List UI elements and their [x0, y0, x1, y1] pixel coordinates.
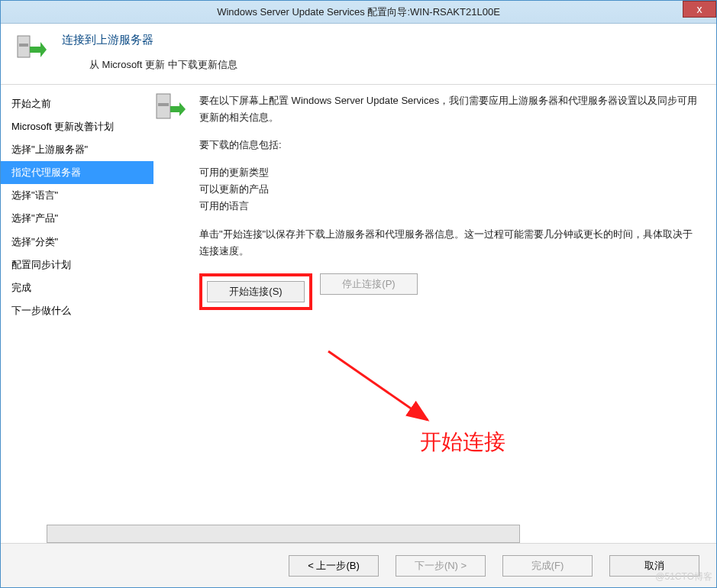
page-subtitle: 从 Microsoft 更新 中下载更新信息 — [62, 58, 702, 72]
sidebar-item-upstream[interactable]: 选择"上游服务器" — [1, 138, 153, 161]
sidebar-item-next-what[interactable]: 下一步做什么 — [1, 299, 153, 322]
sidebar-item-improvement[interactable]: Microsoft 更新改善计划 — [1, 115, 153, 138]
sidebar-item-finish[interactable]: 完成 — [1, 276, 153, 299]
content-para-2: 要下载的信息包括: — [199, 137, 702, 153]
svg-rect-4 — [158, 103, 169, 106]
progress-bar — [47, 525, 520, 543]
cancel-button[interactable]: 取消 — [609, 555, 699, 577]
content-para-3: 单击"开始连接"以保存并下载上游服务器和代理服务器信息。这一过程可能需要几分钟或… — [199, 226, 702, 260]
page-title: 连接到上游服务器 — [62, 33, 702, 47]
content-list-3: 可用的语言 — [199, 198, 702, 215]
sidebar-item-category[interactable]: 选择"分类" — [1, 231, 153, 254]
finish-button: 完成(F) — [502, 555, 593, 577]
back-button[interactable]: < 上一步(B) — [289, 555, 379, 577]
next-button: 下一步(N) > — [396, 555, 486, 577]
stop-connect-button: 停止连接(P) — [320, 273, 418, 295]
svg-marker-2 — [30, 42, 47, 57]
header: 连接到上游服务器 从 Microsoft 更新 中下载更新信息 — [1, 24, 716, 85]
body: 开始之前 Microsoft 更新改善计划 选择"上游服务器" 指定代理服务器 … — [1, 85, 716, 511]
close-button[interactable]: x — [683, 1, 716, 18]
sidebar-item-before[interactable]: 开始之前 — [1, 92, 153, 115]
sidebar-item-product[interactable]: 选择"产品" — [1, 207, 153, 230]
connect-button-row: 开始连接(S) 停止连接(P) — [199, 273, 702, 310]
svg-rect-1 — [19, 44, 28, 47]
content-server-icon — [153, 92, 187, 126]
svg-marker-5 — [170, 102, 186, 116]
content-para-1: 要在以下屏幕上配置 Windows Server Update Services… — [199, 92, 702, 126]
content: 要在以下屏幕上配置 Windows Server Update Services… — [153, 85, 716, 511]
wizard-header-icon — [15, 33, 48, 66]
sidebar: 开始之前 Microsoft 更新改善计划 选择"上游服务器" 指定代理服务器 … — [1, 85, 153, 511]
annotation-highlight: 开始连接(S) — [199, 273, 312, 310]
wizard-window: Windows Server Update Services 配置向导:WIN-… — [0, 0, 717, 588]
content-list-1: 可用的更新类型 — [199, 164, 702, 181]
sidebar-item-sync[interactable]: 配置同步计划 — [1, 254, 153, 276]
footer: < 上一步(B) 下一步(N) > 完成(F) 取消 — [1, 543, 716, 587]
content-list-2: 可以更新的产品 — [199, 181, 702, 198]
sidebar-item-language[interactable]: 选择"语言" — [1, 184, 153, 207]
start-connect-button[interactable]: 开始连接(S) — [207, 281, 305, 302]
titlebar: Windows Server Update Services 配置向导:WIN-… — [1, 1, 716, 24]
window-title: Windows Server Update Services 配置向导:WIN-… — [1, 5, 716, 19]
sidebar-item-proxy[interactable]: 指定代理服务器 — [1, 161, 153, 184]
